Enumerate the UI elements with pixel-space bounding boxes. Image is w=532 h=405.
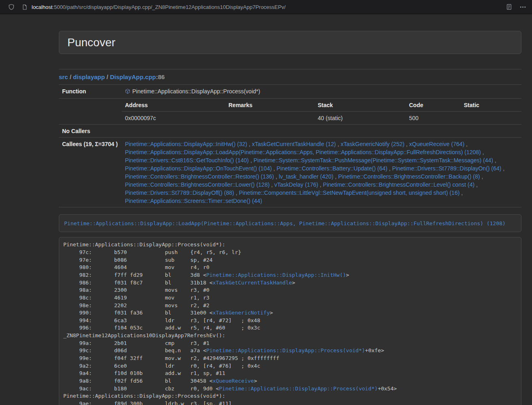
address-bar[interactable]: localhost:5000/path/src/displayapp/Displ… <box>22 4 506 10</box>
callee-separator: , <box>464 141 467 147</box>
cell-static <box>461 112 521 125</box>
code-symbol-link[interactable]: Pinetime::Applications::DisplayApp::Proc… <box>206 347 365 353</box>
reader-view-icon[interactable] <box>506 4 512 10</box>
cell-remarks <box>225 112 314 125</box>
breadcrumb-separator: / <box>105 73 110 80</box>
stats-cell: Address Remarks Stack Code Static 0x0000… <box>122 99 521 125</box>
cell-stack: 40 (static) <box>314 112 406 125</box>
callee-link[interactable]: Pinetime::Drivers::St7789::DisplayOff() … <box>125 190 234 196</box>
url-text: localhost:5000/path/src/displayapp/Displ… <box>32 4 286 10</box>
stats-table: Address Remarks Stack Code Static 0x0000… <box>122 99 521 124</box>
callee-separator: , <box>460 190 463 196</box>
code-symbol-link[interactable]: Pinetime::Applications::DisplayApp::Init… <box>206 272 346 278</box>
callee-separator: , <box>481 149 484 155</box>
cell-address: 0x0000097c <box>122 112 225 125</box>
column-stack: Stack <box>314 99 406 112</box>
callee-separator: , <box>336 141 341 147</box>
breadcrumb-line-number: :86 <box>156 73 165 80</box>
callee-link[interactable]: xTaskGenericNotify (252) <box>340 141 404 147</box>
symbol-cube-icon <box>125 88 130 96</box>
stats-row-spacer <box>59 99 122 125</box>
disassembly-panel: Pinetime::Applications::DisplayApp::Proc… <box>59 237 521 405</box>
breadcrumb: src / displayapp / DisplayApp.cpp:86 <box>59 73 521 80</box>
callee-link[interactable]: Pinetime::Drivers::St7789::DisplayOn() (… <box>392 165 501 172</box>
function-row: Function Pinetime::Applications::Display… <box>59 85 521 99</box>
function-label: Function <box>59 85 122 99</box>
browser-toolbar: localhost:5000/path/src/displayapp/Displ… <box>0 0 532 14</box>
no-callers-row: No Callers <box>59 125 521 138</box>
callee-link[interactable]: Pinetime::System::SystemTask::PushMessag… <box>254 157 493 164</box>
stats-data-row: 0x0000097c 40 (static) 500 <box>122 112 521 125</box>
callee-link[interactable]: Pinetime::Controllers::BrightnessControl… <box>125 181 269 188</box>
no-callers-cell <box>122 125 521 138</box>
more-menu-icon[interactable] <box>519 4 526 11</box>
function-table: Function Pinetime::Applications::Display… <box>59 84 521 207</box>
callee-separator: , <box>502 165 505 172</box>
divider <box>59 69 521 69</box>
callee-separator: , <box>234 190 239 196</box>
page-icon <box>22 4 28 10</box>
callee-link[interactable]: Pinetime::Applications::DisplayApp::OnTo… <box>125 165 272 172</box>
callee-separator: , <box>274 173 279 180</box>
breadcrumb-link-displayapp[interactable]: displayapp <box>73 73 105 80</box>
function-name-cell: Pinetime::Applications::DisplayApp::Proc… <box>122 85 521 99</box>
callee-link[interactable]: Pinetime::Applications::Screens::Timer::… <box>125 198 262 204</box>
column-code: Code <box>406 99 461 112</box>
callee-link[interactable]: Pinetime::Drivers::Cst816S::GetTouchInfo… <box>125 157 249 164</box>
callee-separator: , <box>493 157 496 164</box>
disassembly-code: Pinetime::Applications::DisplayApp::Proc… <box>63 241 397 405</box>
callees-label: Callees (19, Σ=3704 ) <box>59 138 122 207</box>
callee-separator: , <box>474 181 478 188</box>
callee-separator: , <box>272 165 277 172</box>
symbol-panel: Pinetime::Applications::DisplayApp::Load… <box>59 214 521 232</box>
breadcrumb-separator: / <box>68 73 73 80</box>
callee-separator: , <box>405 141 409 147</box>
callee-link[interactable]: Pinetime::Applications::DisplayApp::Init… <box>125 141 247 147</box>
callee-link[interactable]: Pinetime::Applications::DisplayApp::Load… <box>125 149 481 155</box>
callee-separator: , <box>269 181 274 188</box>
callee-separator: , <box>480 173 483 180</box>
url-path: :5000/path/src/displayapp/DisplayApp.cpp… <box>52 4 286 10</box>
breadcrumb-link-displayapp.cpp[interactable]: DisplayApp.cpp <box>110 73 156 80</box>
code-symbol-link[interactable]: xQueueReceive <box>213 378 254 384</box>
callee-separator: , <box>247 141 252 147</box>
cell-code: 500 <box>406 112 461 125</box>
page-header: Puncover <box>59 31 521 54</box>
page-title: Puncover <box>67 37 513 48</box>
callee-link[interactable]: Pinetime::Controllers::BrightnessControl… <box>125 173 274 180</box>
callee-link[interactable]: lv_task_handler (420) <box>279 173 334 180</box>
breadcrumb-link-src[interactable]: src <box>59 73 68 80</box>
callee-separator: , <box>249 157 254 164</box>
shield-icon[interactable] <box>8 4 15 11</box>
column-remarks: Remarks <box>225 99 314 112</box>
callee-link[interactable]: Pinetime::Components::LittleVgl::SetNewT… <box>239 190 460 196</box>
function-name: Pinetime::Applications::DisplayApp::Proc… <box>132 88 260 95</box>
callee-link[interactable]: xQueueReceive (764) <box>409 141 464 147</box>
column-address: Address <box>122 99 225 112</box>
callees-row: Callees (19, Σ=3704 ) Pinetime::Applicat… <box>59 138 521 207</box>
callee-separator: , <box>318 181 323 188</box>
code-symbol-link[interactable]: xTaskGenericNotify <box>213 310 270 316</box>
stats-header-row: Address Remarks Stack Code Static <box>122 99 521 112</box>
callee-separator: , <box>334 173 338 180</box>
callee-separator: , <box>388 165 392 172</box>
stats-row: Address Remarks Stack Code Static 0x0000… <box>59 99 521 125</box>
code-symbol-link[interactable]: Pinetime::Applications::DisplayApp::Proc… <box>219 386 378 392</box>
callees-list: Pinetime::Applications::DisplayApp::Init… <box>122 138 521 207</box>
callee-link[interactable]: Pinetime::Controllers::Battery::Update()… <box>277 165 388 172</box>
callee-link[interactable]: Pinetime::Controllers::BrightnessControl… <box>323 181 474 188</box>
column-static: Static <box>461 99 521 112</box>
loadapp-symbol-link[interactable]: Pinetime::Applications::DisplayApp::Load… <box>64 220 506 226</box>
callee-link[interactable]: vTaskDelay (176) <box>274 181 318 188</box>
callee-link[interactable]: xTaskGetCurrentTaskHandle (12) <box>252 141 336 147</box>
callee-link[interactable]: Pinetime::Controllers::BrightnessControl… <box>338 173 480 180</box>
no-callers-label: No Callers <box>59 125 122 138</box>
code-symbol-link[interactable]: xTaskGetCurrentTaskHandle <box>213 280 292 286</box>
url-host: localhost <box>32 4 52 10</box>
main-content: Puncover src / displayapp / DisplayApp.c… <box>59 14 521 405</box>
